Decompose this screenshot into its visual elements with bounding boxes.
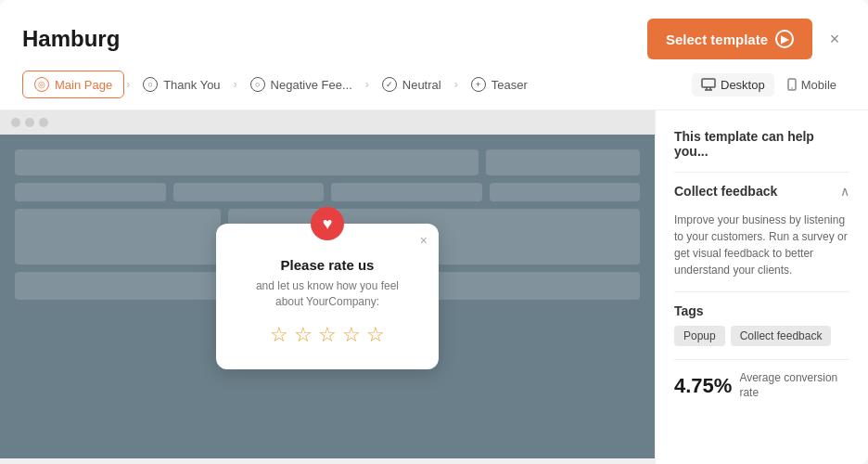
collect-feedback-desc: Improve your business by listening to yo… <box>674 212 849 278</box>
popup-card: ♥ × Please rate us and let us know how y… <box>216 224 439 369</box>
star-4[interactable]: ☆ <box>342 323 361 347</box>
main-page-icon: ◎ <box>34 77 49 92</box>
teaser-icon: + <box>471 77 486 92</box>
star-3[interactable]: ☆ <box>318 323 337 347</box>
conversion-rate: 4.75% <box>674 374 732 398</box>
modal-container: Hamburg Select template ▶ × ◎ Main Page … <box>0 0 868 464</box>
popup-close-button[interactable]: × <box>420 233 428 248</box>
right-panel: This template can help you... Collect fe… <box>655 110 868 464</box>
close-button[interactable]: × <box>823 28 846 50</box>
arrow-4: › <box>454 78 458 91</box>
tab-neutral[interactable]: ✓ Neutral <box>371 71 453 97</box>
mobile-icon <box>787 78 797 91</box>
bg-block <box>331 183 482 201</box>
bg-block <box>486 149 641 175</box>
popup-heart-icon: ♥ <box>311 207 344 240</box>
select-template-label: Select template <box>666 32 768 47</box>
bg-block <box>437 272 640 300</box>
neutral-icon: ✓ <box>382 77 397 92</box>
tag-popup[interactable]: Popup <box>674 326 725 346</box>
star-5[interactable]: ☆ <box>366 323 385 347</box>
tab-thank-you[interactable]: ○ Thank You <box>132 71 231 97</box>
bg-row-1 <box>15 149 640 175</box>
browser-dot-3 <box>39 118 48 127</box>
bg-row-2 <box>15 183 640 201</box>
modal-header: Hamburg Select template ▶ × <box>0 0 868 59</box>
tags-label: Tags <box>674 303 849 318</box>
mobile-view-button[interactable]: Mobile <box>778 73 846 97</box>
browser-dot-1 <box>11 118 20 127</box>
bg-block <box>15 272 218 300</box>
bg-block <box>173 183 325 201</box>
view-toggle: Desktop Mobile <box>692 73 846 97</box>
collect-feedback-section: Collect feedback ∧ <box>674 172 849 199</box>
arrow-2: › <box>234 78 237 91</box>
desktop-icon <box>701 78 716 91</box>
arrow-1: › <box>126 78 130 91</box>
desktop-view-label: Desktop <box>721 78 765 92</box>
modal-title: Hamburg <box>22 26 120 52</box>
popup-subtitle: and let us know how you feel about YourC… <box>246 278 409 310</box>
svg-rect-0 <box>702 79 715 87</box>
star-2[interactable]: ☆ <box>294 323 313 347</box>
tags-section: Tags Popup Collect feedback <box>674 291 849 346</box>
tab-neutral-label: Neutral <box>402 78 441 92</box>
tags-row: Popup Collect feedback <box>674 326 849 346</box>
select-template-button[interactable]: Select template ▶ <box>647 19 812 59</box>
bg-block <box>15 209 221 264</box>
nav-tabs: ◎ Main Page › ○ Thank You › ○ Negative F… <box>22 71 539 98</box>
collect-feedback-title: Collect feedback <box>674 184 777 199</box>
tab-teaser[interactable]: + Teaser <box>460 71 539 97</box>
bg-block <box>490 183 641 201</box>
star-1[interactable]: ☆ <box>270 323 288 347</box>
select-template-icon: ▶ <box>775 30 794 48</box>
popup-title: Please rate us <box>246 257 409 273</box>
tab-teaser-label: Teaser <box>491 78 528 92</box>
preview-area: ♥ × Please rate us and let us know how y… <box>0 110 655 464</box>
browser-bar <box>0 110 655 135</box>
tab-main-page[interactable]: ◎ Main Page <box>22 71 124 98</box>
nav-bar: ◎ Main Page › ○ Thank You › ○ Negative F… <box>0 59 868 110</box>
arrow-3: › <box>365 78 369 91</box>
popup-stars: ☆ ☆ ☆ ☆ ☆ <box>246 323 409 347</box>
tab-negative-fee-label: Negative Fee... <box>271 78 352 92</box>
svg-point-5 <box>791 87 793 89</box>
mobile-view-label: Mobile <box>801 78 836 92</box>
conversion-label: Average conversion rate <box>739 371 849 400</box>
header-right: Select template ▶ × <box>647 19 846 59</box>
desktop-view-button[interactable]: Desktop <box>692 73 774 97</box>
bg-block <box>15 149 479 175</box>
bg-block <box>15 183 166 201</box>
browser-content: ♥ × Please rate us and let us know how y… <box>0 135 655 458</box>
negative-fee-icon: ○ <box>250 77 265 92</box>
main-content: ♥ × Please rate us and let us know how y… <box>0 110 868 464</box>
panel-help-title: This template can help you... <box>674 129 849 159</box>
browser-dot-2 <box>25 118 34 127</box>
thank-you-icon: ○ <box>143 77 158 92</box>
tab-thank-you-label: Thank You <box>163 78 220 92</box>
collect-feedback-chevron[interactable]: ∧ <box>840 184 849 199</box>
conversion-section: 4.75% Average conversion rate <box>674 359 849 400</box>
tag-collect-feedback[interactable]: Collect feedback <box>731 326 832 346</box>
tab-negative-fee[interactable]: ○ Negative Fee... <box>239 71 364 97</box>
tab-main-page-label: Main Page <box>55 78 112 92</box>
